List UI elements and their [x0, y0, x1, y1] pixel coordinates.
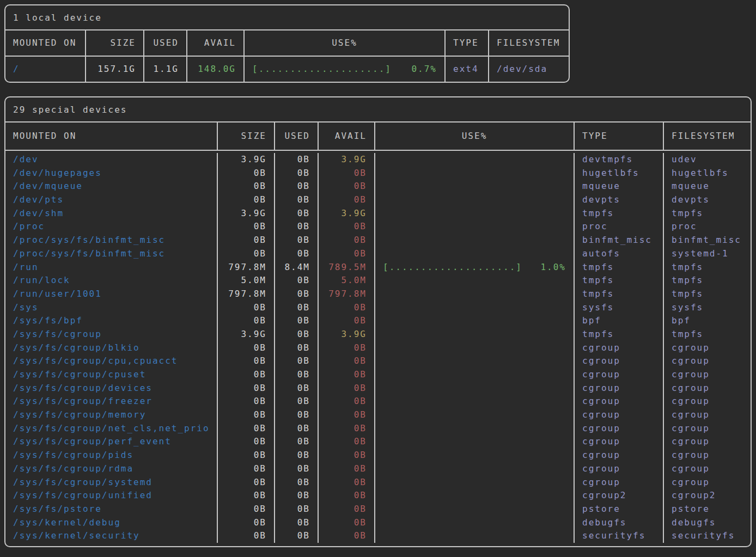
- type-cell: cgroup: [574, 395, 663, 408]
- column-header-size: SIZE: [85, 30, 143, 56]
- filesystem-cell: tmpfs: [663, 261, 751, 274]
- mount-point-cell: /run/lock: [5, 274, 217, 287]
- table-row: /sys/fs/cgroup/rdma0B0B0Bcgroupcgroup: [5, 462, 751, 476]
- table-row: /sys/fs/cgroup/systemd0B0B0Bcgroupcgroup: [5, 476, 751, 489]
- used-cell: 0B: [274, 462, 318, 476]
- avail-cell: 3.9G: [318, 328, 374, 341]
- filesystem-cell: cgroup: [663, 382, 751, 395]
- table-row: /sys/fs/cgroup/blkio0B0B0Bcgroupcgroup: [5, 341, 751, 355]
- size-cell: 797.8M: [217, 261, 274, 274]
- type-cell: cgroup: [574, 354, 663, 368]
- filesystem-cell: mqueue: [663, 180, 751, 193]
- usage-cell: [374, 328, 574, 341]
- mount-point-cell: /sys/fs/cgroup/pids: [5, 449, 217, 462]
- used-cell: 0B: [274, 503, 318, 516]
- type-cell: binfmt_misc: [574, 234, 663, 247]
- avail-cell: 0B: [318, 368, 374, 382]
- size-cell: 0B: [217, 234, 274, 247]
- column-header-avail: AVAIL: [318, 123, 374, 150]
- avail-cell: 0B: [318, 234, 374, 247]
- size-cell: 0B: [217, 314, 274, 328]
- usage-cell: [374, 489, 574, 503]
- avail-cell: 5.0M: [318, 274, 374, 287]
- filesystem-cell: tmpfs: [663, 328, 751, 341]
- filesystem-cell: cgroup: [663, 435, 751, 449]
- table-row: /sys/fs/cgroup/cpu,cpuacct0B0B0Bcgroupcg…: [5, 354, 751, 368]
- table-row: /sys/fs/cgroup/unified0B0B0Bcgroup2cgrou…: [5, 489, 751, 503]
- filesystem-cell: cgroup: [663, 408, 751, 422]
- column-header-use: USE%: [243, 30, 444, 56]
- used-cell: 0B: [274, 408, 318, 422]
- avail-cell: 3.9G: [318, 153, 374, 167]
- table-row: /sys/fs/bpf0B0B0Bbpfbpf: [5, 314, 751, 328]
- filesystem-cell: sysfs: [663, 301, 751, 315]
- table-row: /sys/fs/cgroup/cpuset0B0B0Bcgroupcgroup: [5, 368, 751, 382]
- type-cell: tmpfs: [574, 287, 663, 301]
- table-row: /dev/shm3.9G0B3.9Gtmpfstmpfs: [5, 207, 751, 221]
- size-cell: 0B: [217, 476, 274, 489]
- usage-cell: [374, 274, 574, 287]
- size-cell: 0B: [217, 529, 274, 543]
- table-row: /157.1G1.1G148.0G[....................]0…: [5, 57, 569, 82]
- avail-cell: 148.0G: [186, 57, 243, 82]
- mount-point-cell: /proc/sys/fs/binfmt_misc: [5, 234, 217, 247]
- mount-point-cell: /sys/fs/pstore: [5, 503, 217, 516]
- usage-cell: [374, 382, 574, 395]
- table-title: 29 special devices: [5, 97, 751, 123]
- type-cell: debugfs: [574, 516, 663, 530]
- type-cell: cgroup: [574, 408, 663, 422]
- filesystem-cell: cgroup: [663, 368, 751, 382]
- table-row: /dev/mqueue0B0B0Bmqueuemqueue: [5, 180, 751, 193]
- mount-point-cell: /proc: [5, 220, 217, 234]
- avail-cell: 789.5M: [318, 261, 374, 274]
- column-header-size: SIZE: [217, 123, 274, 150]
- mount-point-cell: /sys/fs/cgroup/blkio: [5, 341, 217, 355]
- used-cell: 0B: [274, 180, 318, 193]
- filesystem-cell: systemd-1: [663, 247, 751, 261]
- table-row: /dev/hugepages0B0B0Bhugetlbfshugetlbfs: [5, 167, 751, 180]
- usage-cell: [374, 207, 574, 221]
- avail-cell: 0B: [318, 449, 374, 462]
- usage-cell: [374, 153, 574, 167]
- mount-point-cell: /sys/fs/bpf: [5, 314, 217, 328]
- mount-point-cell: /run: [5, 261, 217, 274]
- filesystem-cell: securityfs: [663, 529, 751, 543]
- size-cell: 0B: [217, 422, 274, 436]
- size-cell: 0B: [217, 382, 274, 395]
- mount-point-cell: /run/user/1001: [5, 287, 217, 301]
- mount-point-cell: /dev: [5, 153, 217, 167]
- size-cell: 3.9G: [217, 153, 274, 167]
- filesystem-cell: pstore: [663, 503, 751, 516]
- table-row: /sys/fs/cgroup/freezer0B0B0Bcgroupcgroup: [5, 395, 751, 408]
- used-cell: 0B: [274, 435, 318, 449]
- usage-cell: [374, 422, 574, 436]
- type-cell: cgroup: [574, 341, 663, 355]
- usage-cell: [....................]1.0%: [374, 261, 574, 274]
- type-cell: sysfs: [574, 301, 663, 315]
- usage-cell: [374, 193, 574, 207]
- type-cell: autofs: [574, 247, 663, 261]
- table-row: /proc/sys/fs/binfmt_misc0B0B0Bbinfmt_mis…: [5, 234, 751, 247]
- avail-cell: 797.8M: [318, 287, 374, 301]
- usage-cell: [374, 314, 574, 328]
- avail-cell: 0B: [318, 193, 374, 207]
- usage-cell: [374, 354, 574, 368]
- size-cell: 0B: [217, 462, 274, 476]
- avail-cell: 0B: [318, 408, 374, 422]
- avail-cell: 0B: [318, 314, 374, 328]
- avail-cell: 0B: [318, 382, 374, 395]
- table-header-row: MOUNTED ONSIZEUSEDAVAILUSE%TYPEFILESYSTE…: [5, 123, 751, 151]
- usage-cell: [374, 449, 574, 462]
- used-cell: 0B: [274, 234, 318, 247]
- table-row: /sys/kernel/security0B0B0Bsecurityfssecu…: [5, 529, 751, 543]
- type-cell: cgroup: [574, 462, 663, 476]
- usage-cell: [374, 220, 574, 234]
- size-cell: 0B: [217, 449, 274, 462]
- filesystem-cell: hugetlbfs: [663, 167, 751, 180]
- avail-cell: 0B: [318, 489, 374, 503]
- mount-point-cell: /sys/kernel/security: [5, 529, 217, 543]
- usage-cell: [374, 287, 574, 301]
- column-header-mounted-on: MOUNTED ON: [5, 123, 217, 150]
- usage-cell: [374, 234, 574, 247]
- filesystem-cell: cgroup: [663, 476, 751, 489]
